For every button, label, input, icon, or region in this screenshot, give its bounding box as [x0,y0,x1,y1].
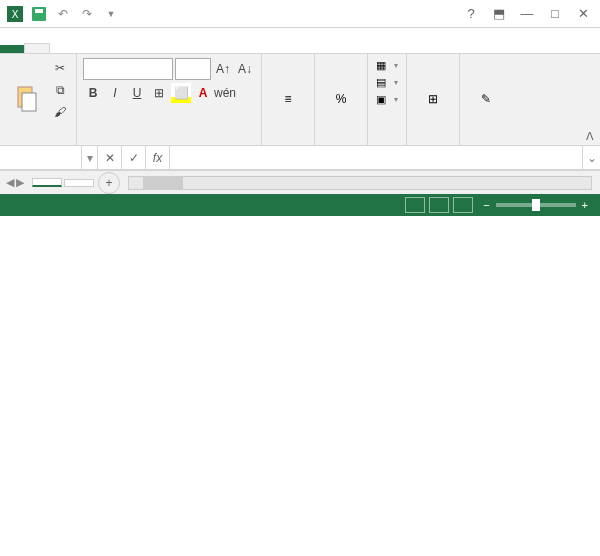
svg-rect-3 [35,9,43,13]
accept-formula-icon[interactable]: ✓ [122,146,146,169]
zoom-slider[interactable] [496,203,576,207]
copy-icon[interactable]: ⧉ [50,80,70,100]
tab-view[interactable] [170,45,194,53]
cond-format-icon: ▦ [376,59,386,72]
cut-icon[interactable]: ✂ [50,58,70,78]
percent-icon: % [327,85,355,113]
qat-dropdown-icon[interactable]: ▼ [100,3,122,25]
edit-button[interactable]: ✎ [466,58,506,141]
tab-file[interactable] [0,45,24,53]
zoom-out-icon[interactable]: − [483,199,489,211]
tab-team[interactable] [218,45,242,53]
tab-insert[interactable] [50,45,74,53]
border-icon[interactable]: ⊞ [149,83,169,103]
excel-icon[interactable]: X [4,3,26,25]
group-font-label [83,141,255,143]
fx-icon[interactable]: fx [146,146,170,169]
tab-home[interactable] [24,43,50,53]
tab-data[interactable] [122,45,146,53]
name-box[interactable] [0,146,82,169]
horizontal-scrollbar[interactable] [128,176,592,190]
fill-color-icon[interactable]: ⬜ [171,83,191,103]
minimize-icon[interactable]: — [514,3,540,25]
zoom-in-icon[interactable]: + [582,199,588,211]
font-name-select[interactable] [83,58,173,80]
cancel-formula-icon[interactable]: ✕ [98,146,122,169]
save-icon[interactable] [28,3,50,25]
tab-review[interactable] [146,45,170,53]
close-icon[interactable]: ✕ [570,3,596,25]
font-color-icon[interactable]: A [193,83,213,103]
sheet-nav-next-icon[interactable]: ▶ [16,176,24,189]
help-icon[interactable]: ? [458,3,484,25]
collapse-ribbon-icon[interactable]: ᐱ [586,130,594,143]
cell-style-button[interactable]: ▣▾ [374,92,400,107]
ribbon-options-icon[interactable]: ⬒ [486,3,512,25]
table-format-button[interactable]: ▤▾ [374,75,400,90]
tab-formula[interactable] [98,45,122,53]
group-styles-label [374,141,400,143]
undo-icon[interactable]: ↶ [52,3,74,25]
svg-rect-5 [22,93,36,111]
group-clipboard-label [6,141,70,143]
view-pagebreak-icon[interactable] [453,197,473,213]
tab-addin[interactable] [194,45,218,53]
bold-icon[interactable]: B [83,83,103,103]
sheet-nav-prev-icon[interactable]: ◀ [6,176,14,189]
sheet-tab-2[interactable] [64,179,94,187]
cell-style-icon: ▣ [376,93,386,106]
expand-formula-icon[interactable]: ⌄ [582,146,600,169]
name-box-dropdown-icon[interactable]: ▾ [82,146,98,169]
align-button[interactable]: ≡ [268,58,308,141]
sheet-tab-1[interactable] [32,178,62,187]
tab-layout[interactable] [74,45,98,53]
underline-icon[interactable]: U [127,83,147,103]
decrease-font-icon[interactable]: A↓ [235,59,255,79]
paste-icon [12,85,40,113]
formula-bar[interactable] [170,146,582,169]
view-normal-icon[interactable] [405,197,425,213]
svg-text:X: X [12,9,19,20]
view-layout-icon[interactable] [429,197,449,213]
paste-button[interactable] [6,58,46,141]
align-icon: ≡ [274,85,302,113]
number-button[interactable]: % [321,58,361,141]
table-format-icon: ▤ [376,76,386,89]
redo-icon[interactable]: ↷ [76,3,98,25]
font-size-select[interactable] [175,58,211,80]
maximize-icon[interactable]: □ [542,3,568,25]
italic-icon[interactable]: I [105,83,125,103]
add-sheet-icon[interactable]: + [98,172,120,194]
edit-icon: ✎ [472,85,500,113]
cells-icon: ⊞ [419,85,447,113]
format-painter-icon[interactable]: 🖌 [50,102,70,122]
increase-font-icon[interactable]: A↑ [213,59,233,79]
conditional-format-button[interactable]: ▦▾ [374,58,400,73]
cells-button[interactable]: ⊞ [413,58,453,141]
phonetic-icon[interactable]: wén [215,83,235,103]
